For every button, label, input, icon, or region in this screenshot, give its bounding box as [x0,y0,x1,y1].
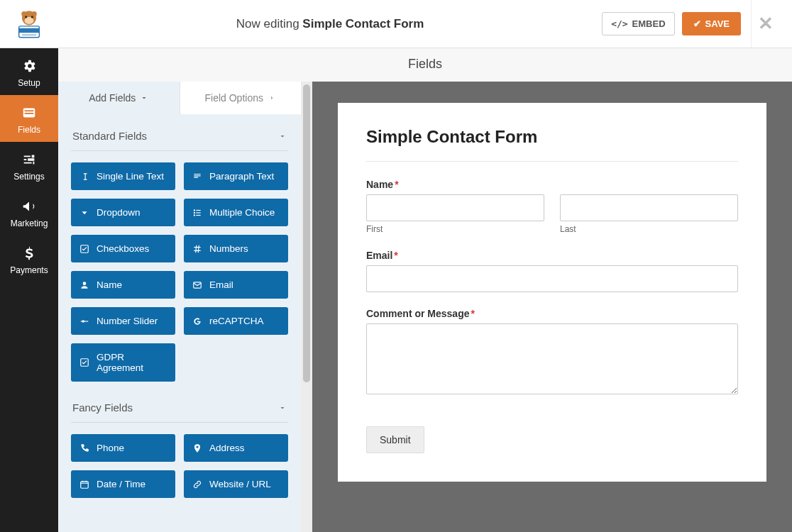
field-single-line-text[interactable]: Single Line Text [71,162,175,190]
scrollbar-thumb[interactable] [303,84,310,382]
svg-point-4 [25,16,27,18]
field-recaptcha[interactable]: reCAPTCHA [184,307,288,335]
field-label: Date / Time [97,479,145,489]
field-name[interactable]: Name [71,271,175,299]
left-nav: Setup Fields Settings Marketing Payments [0,48,58,532]
app-logo [0,8,58,40]
form-name: Simple Contact Form [302,17,424,31]
nav-item-settings[interactable]: Settings [0,142,58,189]
field-email[interactable]: Email [184,271,288,299]
section-title: Fancy Fields [72,401,133,414]
field-phone[interactable]: Phone [71,434,175,462]
field-multiple-choice[interactable]: Multiple Choice [184,199,288,226]
section-title: Standard Fields [72,130,147,142]
field-panel: Add Fields Field Options Standard Fields [58,82,301,532]
svg-rect-11 [25,113,34,114]
nav-item-setup[interactable]: Setup [0,48,58,95]
user-icon [79,280,89,290]
form-preview-card[interactable]: Simple Contact Form Name* First [338,103,766,482]
nav-label: Payments [10,265,48,275]
submit-label: Submit [380,434,411,445]
field-website-url[interactable]: Website / URL [184,470,288,498]
field-date-time[interactable]: Date / Time [71,470,175,498]
field-label: Number Slider [97,316,158,326]
center-header: Fields [58,48,792,82]
chevron-down-icon [140,94,148,102]
google-icon [192,316,202,326]
now-editing-label: Now editing [236,17,299,31]
chevron-right-icon [268,94,276,102]
field-label: Email [209,279,233,290]
panel-scrollbar[interactable] [301,82,312,532]
calendar-icon [79,480,89,489]
nav-item-payments[interactable]: Payments [0,235,58,282]
bullhorn-icon [21,199,37,214]
last-name-input[interactable] [560,194,738,221]
close-button[interactable]: ✕ [751,0,779,48]
slider-icon [79,316,89,326]
tab-add-fields[interactable]: Add Fields [58,82,180,114]
nav-label: Settings [13,172,44,182]
list-icon [192,208,202,218]
envelope-icon [192,280,202,290]
last-sublabel: Last [560,224,738,234]
embed-button[interactable]: </> EMBED [602,12,674,35]
nav-label: Fields [18,125,40,135]
dollar-icon [21,245,37,261]
field-label: Paragraph Text [209,171,274,182]
hash-icon [192,244,202,254]
field-paragraph-text[interactable]: Paragraph Text [184,162,288,190]
field-label: Multiple Choice [209,207,275,218]
field-gdpr-agreement[interactable]: GDPR Agreement [71,343,175,382]
comment-textarea[interactable] [366,323,738,394]
svg-point-16 [194,214,195,216]
svg-point-2 [32,11,37,16]
field-label: Checkboxes [97,243,149,254]
submit-button[interactable]: Submit [366,426,424,453]
form-field-email[interactable]: Email* [366,250,738,292]
field-number-slider[interactable]: Number Slider [71,307,175,335]
svg-rect-13 [196,209,200,210]
field-address[interactable]: Address [184,434,288,462]
form-field-name[interactable]: Name* First Last [366,179,738,234]
svg-point-22 [82,320,85,323]
caret-down-icon [79,208,89,218]
nav-item-fields[interactable]: Fields [0,95,58,142]
svg-rect-8 [22,34,36,35]
nav-item-marketing[interactable]: Marketing [0,189,58,235]
nav-label: Setup [18,78,40,88]
field-label: Website / URL [209,479,271,489]
text-cursor-icon [79,172,89,182]
svg-point-1 [21,11,26,16]
field-label: Name [97,279,122,290]
map-pin-icon [192,443,202,453]
first-name-input[interactable] [366,194,544,221]
gear-icon [21,58,37,74]
code-icon: </> [611,18,627,29]
required-asterisk: * [471,308,474,319]
page-title: Now editing Simple Contact Form [58,17,602,31]
field-label: Dropdown [97,207,141,218]
save-button[interactable]: ✔ SAVE [682,12,741,35]
svg-rect-10 [25,110,34,111]
label-text: Email [366,250,392,261]
link-icon [192,480,202,489]
tab-label: Field Options [205,92,263,104]
svg-point-5 [31,16,33,18]
section-standard-fields[interactable]: Standard Fields [71,123,288,151]
field-label: Address [209,443,245,453]
svg-point-19 [83,282,87,285]
form-field-comment[interactable]: Comment or Message* [366,308,738,397]
tab-field-options[interactable]: Field Options [180,82,302,114]
nav-label: Marketing [11,218,48,228]
field-numbers[interactable]: Numbers [184,235,288,262]
email-input[interactable] [366,265,738,292]
close-icon: ✕ [758,13,774,35]
section-fancy-fields[interactable]: Fancy Fields [71,389,288,423]
field-label: Numbers [209,243,248,254]
field-checkboxes[interactable]: Checkboxes [71,235,175,262]
save-label: SAVE [705,18,730,29]
sliders-icon [21,152,37,167]
field-dropdown[interactable]: Dropdown [71,199,175,226]
svg-rect-7 [19,28,40,32]
